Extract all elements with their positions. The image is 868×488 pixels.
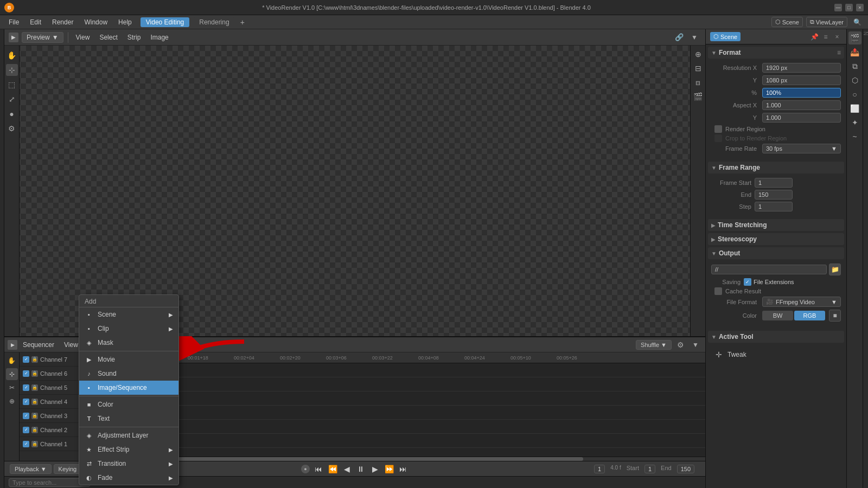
render-region-cb[interactable]: [714, 125, 722, 133]
seq-blade-icon[interactable]: ✂: [6, 382, 18, 394]
channel-4-visibility[interactable]: ✓: [23, 399, 29, 405]
channel-7-visibility[interactable]: ✓: [23, 356, 29, 363]
menu-item-help[interactable]: Help: [114, 17, 136, 27]
channel-6-lock[interactable]: 🔒: [31, 370, 38, 377]
cursor-tool-icon[interactable]: ⊹: [6, 64, 18, 76]
timeline-channel-2[interactable]: [95, 434, 705, 448]
active-tool-header[interactable]: ▼ Active Tool: [708, 331, 844, 343]
channel-3-visibility[interactable]: ✓: [23, 413, 29, 419]
cm-adjustment-item[interactable]: ◈ Adjustment Layer: [79, 428, 178, 442]
crop-tool-icon[interactable]: ⬚: [6, 79, 18, 91]
add-workspace-button[interactable]: +: [237, 18, 248, 27]
jump-to-end-btn[interactable]: ⏭: [398, 464, 409, 474]
channel-4-lock[interactable]: 🔒: [31, 399, 38, 405]
menu-item-render[interactable]: Render: [48, 17, 78, 27]
resolution-pct-value[interactable]: 100%: [762, 88, 841, 98]
scene-properties-icon[interactable]: ⬡: [848, 74, 861, 87]
cm-mask-item[interactable]: ◈ Mask: [79, 336, 178, 350]
play-pause-btn[interactable]: ⏸: [355, 464, 366, 474]
cm-fade-item[interactable]: ◐ Fade ▶: [79, 471, 178, 485]
preview-fit-icon[interactable]: ⊟: [692, 62, 704, 74]
resolution-y-value[interactable]: 1080 px: [762, 75, 841, 85]
output-path-input[interactable]: [711, 265, 827, 274]
seq-view-settings-icon[interactable]: ▼: [689, 338, 702, 351]
aspect-x-value[interactable]: 1.000: [762, 100, 841, 110]
menu-item-edit[interactable]: Edit: [25, 17, 46, 27]
close-button[interactable]: ×: [856, 4, 864, 11]
workspace-video-editing[interactable]: Video Editing: [141, 17, 190, 27]
view-layer-selector[interactable]: ⧉ ViewLayer: [806, 17, 847, 27]
channel-2-lock[interactable]: 🔒: [31, 427, 38, 433]
format-menu-icon[interactable]: ≡: [837, 49, 841, 56]
channel-3-lock[interactable]: 🔒: [31, 413, 38, 419]
color-picker-icon[interactable]: ■: [829, 310, 841, 322]
playback-dot[interactable]: ●: [301, 465, 310, 473]
timeline-channel-4[interactable]: [95, 406, 705, 420]
next-keyframe-btn[interactable]: ⏩: [384, 464, 394, 474]
render-properties-icon[interactable]: 🎬: [848, 31, 861, 44]
workspace-rendering[interactable]: Rendering: [194, 17, 234, 27]
channel-7-lock[interactable]: 🔒: [31, 356, 38, 363]
channel-5-visibility[interactable]: ✓: [23, 384, 29, 391]
color-bw-btn[interactable]: BW: [762, 311, 793, 320]
file-extensions-cb[interactable]: ✓: [744, 278, 751, 286]
time-stretching-header[interactable]: ▶ Time Stretching: [708, 219, 844, 231]
seq-cursor-icon[interactable]: ⊹: [6, 368, 18, 380]
scrollbar-thumb[interactable]: [156, 457, 583, 461]
preview-render-icon[interactable]: 🎬: [692, 91, 704, 102]
cache-result-cb[interactable]: [714, 287, 722, 295]
channel-1-visibility[interactable]: ✓: [23, 441, 29, 447]
scene-panel-tab[interactable]: ⬡ Scene: [710, 32, 741, 41]
settings-icon[interactable]: ▼: [688, 31, 701, 44]
n-panel-strip[interactable]: N: [863, 29, 868, 488]
object-properties-icon[interactable]: ⬜: [848, 102, 861, 115]
channel-2-visibility[interactable]: ✓: [23, 427, 29, 433]
jump-to-start-btn[interactable]: ⏮: [313, 464, 324, 474]
physics-icon[interactable]: ~: [848, 130, 861, 143]
aspect-y-value[interactable]: 1.000: [762, 113, 841, 123]
preview-zoom-icon[interactable]: ⊕: [692, 48, 704, 60]
preview-dropdown[interactable]: Preview ▼: [22, 32, 63, 43]
timeline-channel-7[interactable]: [95, 363, 705, 377]
channel-6-visibility[interactable]: ✓: [23, 370, 29, 377]
channel-1-lock[interactable]: 🔒: [31, 441, 38, 447]
timeline-channel-6[interactable]: [95, 377, 705, 391]
cm-clip-item[interactable]: ▪ Clip ▶: [79, 322, 178, 336]
cm-image-sequence-item[interactable]: ▪ Image/Sequence: [79, 381, 178, 395]
timeline-channel-3[interactable]: [95, 420, 705, 434]
prev-keyframe-btn[interactable]: ⏪: [327, 464, 338, 474]
minimize-button[interactable]: —: [834, 4, 842, 11]
panel-options-icon[interactable]: ≡: [821, 32, 831, 42]
current-frame-display[interactable]: 1: [594, 465, 605, 473]
world-properties-icon[interactable]: ○: [848, 88, 861, 101]
seq-move-icon[interactable]: ✋: [6, 355, 18, 367]
global-search-icon[interactable]: 🔍: [851, 16, 864, 29]
move-tool-icon[interactable]: ✋: [6, 49, 18, 61]
link-icon[interactable]: 🔗: [673, 31, 686, 44]
settings-tool-icon[interactable]: ⚙: [6, 123, 18, 134]
timeline-channel-5[interactable]: [95, 391, 705, 406]
color-rgb-btn[interactable]: RGB: [794, 311, 825, 320]
frame-end-value[interactable]: 150: [755, 190, 793, 200]
timeline-area[interactable]: ›+1 00:01+02 00:01+18 00:02+04 00:02+20 …: [95, 352, 705, 461]
cm-scene-item[interactable]: ▪ Scene ▶: [79, 307, 178, 322]
frame-rate-select[interactable]: 30 fps ▼: [762, 144, 841, 153]
seq-zoom-icon[interactable]: ⊕: [6, 395, 18, 407]
image-menu-item[interactable]: Image: [147, 33, 171, 42]
stereoscopy-header[interactable]: ▶ Stereoscopy: [708, 233, 844, 245]
scene-selector[interactable]: ⬡ Scene: [771, 17, 803, 27]
cm-movie-item[interactable]: ▶ Movie: [79, 352, 178, 367]
prev-frame-btn[interactable]: ◀: [341, 464, 352, 474]
format-section-header[interactable]: ▼ Format ≡: [708, 47, 844, 59]
particles-icon[interactable]: ✦: [848, 116, 861, 129]
frame-start-value[interactable]: 1: [755, 178, 793, 188]
maximize-button[interactable]: □: [845, 4, 853, 11]
color-tool-icon[interactable]: ●: [6, 108, 18, 120]
search-input[interactable]: [9, 478, 90, 487]
cm-text-item[interactable]: T Text: [79, 412, 178, 426]
playback-type-btn[interactable]: Playback ▼: [10, 464, 52, 474]
output-section-header[interactable]: ▼ Output: [708, 247, 844, 259]
menu-item-file[interactable]: File: [4, 17, 23, 27]
seq-overlay-icon[interactable]: ⚙: [674, 338, 687, 351]
menu-item-window[interactable]: Window: [80, 17, 112, 27]
